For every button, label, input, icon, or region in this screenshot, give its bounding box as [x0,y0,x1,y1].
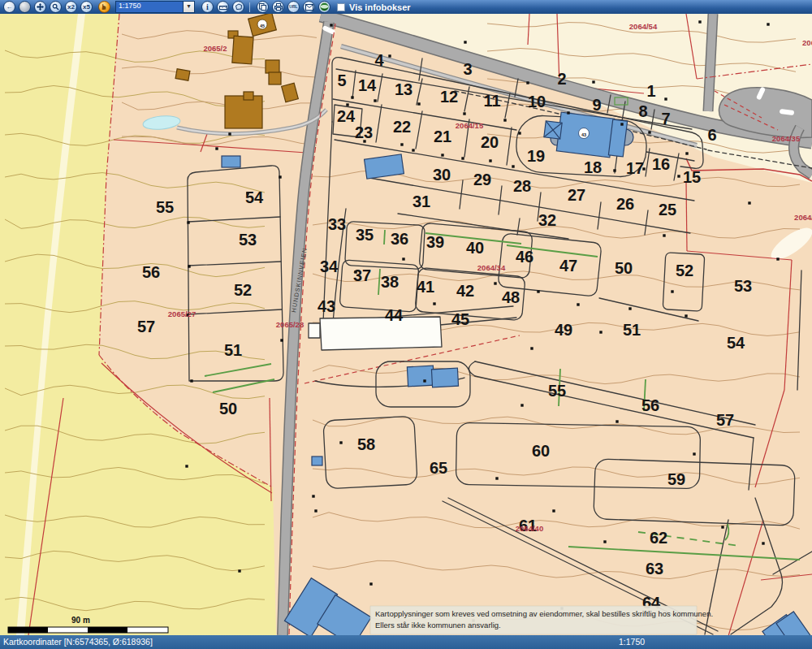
status-coordinates: Kartkoordinater [N:6574365, Ø:618936] [3,637,153,647]
survey-dot [530,347,533,349]
parcel-number-label: 10 [528,93,546,110]
parcel-number-label: 23 [355,123,373,141]
parcel-number-label: 43 [317,297,335,315]
url-button[interactable]: URL [287,1,300,13]
copy-button[interactable] [257,1,269,13]
parcel-number-label: 53 [734,277,752,295]
measure-distance-button[interactable] [217,1,229,13]
status-scale: 1:1750 [619,637,645,647]
parcel-number-label: 54 [727,334,745,352]
url-icon: URL [289,5,297,9]
cadastral-red-label: 2065/28 [276,320,304,329]
parcel-number-label: 57 [137,318,155,335]
infobox-checkbox[interactable] [337,3,345,11]
print-icon [274,3,283,11]
email-button[interactable] [303,1,315,13]
parcel-number-label: 46 [516,248,533,266]
parcel-number-label: 49 [555,321,572,339]
survey-dot [512,165,514,167]
survey-dot [552,509,555,512]
survey-dot [664,97,667,100]
parcel-number-label: 2 [557,70,566,88]
parcel-number-label: 48 [502,288,520,306]
copy-icon [259,3,266,11]
survey-dot [599,331,602,333]
parcel-number-label: 6 [707,126,716,144]
survey-dot [369,582,372,585]
zoom-2x-button[interactable]: x2 [65,1,77,13]
parcel-number-label: 55 [548,382,566,400]
zoom-button[interactable] [50,1,62,13]
survey-dot [412,149,414,151]
parcel-number-label: 55 [156,198,174,216]
zoom-5x-button[interactable]: x5 [80,1,93,13]
world-layers-button[interactable] [318,1,330,13]
cadastral-red-label: 2064/ [794,213,812,222]
cadastral-red-label: 206 [802,38,812,47]
survey-dot [520,404,523,406]
survey-dot [228,132,231,135]
parcel-number-label: 28 [513,177,531,195]
survey-dot [238,569,240,572]
parcel-number-label: 50 [219,400,237,418]
parcel-number-label: 44 [385,306,404,324]
email-icon [305,4,313,11]
survey-dot [388,54,391,57]
disclaimer-line-2: Ellers står ikke kommunen ansvarlig. [375,621,501,630]
parcel-number-label: 15 [683,168,701,186]
parcel-number-label: 30 [433,166,451,184]
pan-icon [37,3,44,11]
parcel-number-label: 39 [426,233,444,251]
print-button[interactable] [272,1,284,13]
info-icon: i [206,3,209,11]
disclaimer-box: Kartopplysninger som kreves ved omsetnin… [370,606,713,634]
survey-dot [526,81,529,84]
survey-dot [671,290,673,292]
infobox-checkbox-label: Vis infobokser [349,2,411,12]
parcel-number-label: 63 [646,560,663,578]
measure-area-button[interactable] [232,1,244,13]
survey-dot [693,452,695,455]
parcel-number-label: 58 [357,435,375,453]
survey-dot [374,99,376,102]
zoom-x5-icon: x5 [83,4,90,11]
parcel-number-label: 7 [661,110,670,128]
parcel-number-label: 21 [434,128,451,145]
survey-dot [613,169,615,171]
chevron-down-icon[interactable]: ▼ [183,2,194,12]
measure-distance-icon [219,4,227,11]
parcel-number-label: 53 [239,231,257,249]
survey-dot [441,154,443,156]
parcel-number-label: 3 [463,60,472,78]
parcel-number-label: 56 [641,396,659,414]
parcel-number-label: 33 [328,215,346,233]
pan-button[interactable] [34,1,46,13]
parcel-number-label: 20 [481,133,499,151]
info-button[interactable]: i [201,1,214,13]
parcel-number-label: 18 [584,158,602,176]
survey-dot [495,477,498,479]
survey-dot [592,80,594,83]
survey-dot [685,152,688,154]
survey-dot [190,379,192,382]
survey-dot [461,157,464,159]
parcel-number-label: 36 [391,230,408,248]
survey-dot [423,379,425,382]
survey-dot [494,282,496,284]
cadastral-red-label: 2064/40 [516,524,543,533]
scale-select[interactable]: 1:1750 ▼ [115,1,195,13]
map-canvas[interactable]: 1234514131211109876242322212019181716153… [0,14,812,635]
scale-select-value: 1:1750 [116,2,183,12]
parcel-number-label: 27 [568,186,585,204]
parcel-number-label: 37 [353,266,371,284]
parcel-number-label: 19 [527,147,545,165]
overview-button[interactable] [19,1,31,13]
survey-dot [433,302,435,305]
back-button[interactable]: ← [3,1,15,13]
survey-dot [537,290,539,292]
parcel-number-label: 52 [676,262,693,279]
parcel-number-label: 57 [716,411,734,429]
parcel-number-label: 54 [245,188,264,206]
select-tool-button[interactable]: ☛ [98,1,110,13]
survey-dot [215,147,218,149]
